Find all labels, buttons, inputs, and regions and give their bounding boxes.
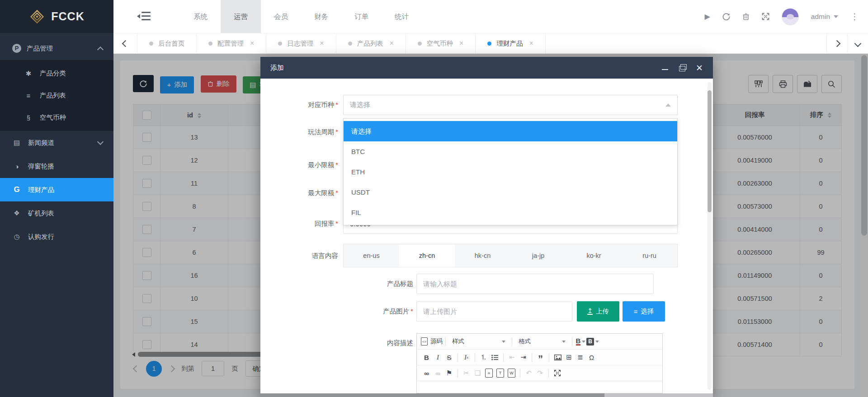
special-char-icon[interactable]: Ω xyxy=(586,351,597,363)
lang-tab-en-us[interactable]: en-us xyxy=(344,244,399,267)
dropdown-option-btc[interactable]: BTC xyxy=(344,141,677,162)
sidebar-item-news-channel[interactable]: ▤ 新闻频道 xyxy=(0,131,113,154)
menu-tab-member[interactable]: 会员 xyxy=(261,0,301,33)
indent-icon[interactable]: ⇥ xyxy=(518,351,529,363)
choose-button[interactable]: ≡ 选择 xyxy=(623,301,665,322)
modal-scrollbar-thumb[interactable] xyxy=(708,90,712,212)
source-code-button[interactable]: <> 源码 xyxy=(421,337,443,346)
bg-color-button[interactable]: B xyxy=(586,336,599,347)
dropdown-option-fil[interactable]: FIL xyxy=(344,202,677,223)
insert-image-icon[interactable] xyxy=(552,351,563,363)
tabbar-menu-button[interactable] xyxy=(847,33,868,53)
user-menu[interactable]: admin xyxy=(811,13,838,21)
format-select[interactable]: 格式 xyxy=(515,336,569,347)
horizontal-rule-icon[interactable]: ≣ xyxy=(575,351,586,363)
modal-horizontal-scrollbar[interactable] xyxy=(260,393,713,397)
sidebar-item-popup-carousel[interactable]: ◑ 弹窗轮播 xyxy=(0,154,113,178)
paste-icon[interactable]: ≡ xyxy=(483,367,495,379)
page-tab-label: 日志管理 xyxy=(287,39,313,48)
page-tab-finance-product[interactable]: 理财产品 × xyxy=(476,33,545,53)
menu-tab-finance[interactable]: 财务 xyxy=(301,0,341,33)
redo-icon[interactable]: ↷ xyxy=(534,367,546,379)
lang-tab-ru-ru[interactable]: ru-ru xyxy=(622,244,677,267)
dropdown-option-eth[interactable]: ETH xyxy=(344,162,677,182)
dropdown-option-usdt[interactable]: USDT xyxy=(344,182,677,202)
required-mark: * xyxy=(335,220,338,227)
sidebar-item-air-coin[interactable]: § 空气币种 xyxy=(0,107,113,129)
sidebar-toggle-icon[interactable] xyxy=(137,12,151,21)
close-icon[interactable]: × xyxy=(320,39,324,47)
outdent-icon[interactable]: ⇤ xyxy=(506,351,518,363)
username: admin xyxy=(811,13,830,21)
sidebar-item-product-list[interactable]: ≡ 产品列表 xyxy=(0,84,113,107)
insert-table-icon[interactable]: ⊞ xyxy=(563,351,575,363)
bold-button[interactable]: B xyxy=(421,351,432,363)
menu-tab-system[interactable]: 系统 xyxy=(180,0,221,33)
menu-tab-stats[interactable]: 统计 xyxy=(382,0,422,33)
close-icon[interactable]: × xyxy=(390,39,394,47)
page-tab-air-coin[interactable]: 空气币种 × xyxy=(406,33,476,53)
bullet-list-icon[interactable] xyxy=(489,351,500,363)
maximize-editor-icon[interactable] xyxy=(552,367,563,379)
sidebar-submenu: ✱ 产品分类 ≡ 产品列表 § 空气币种 xyxy=(0,60,113,131)
tabbar-scroll-right-button[interactable] xyxy=(826,33,847,53)
menu-tab-operation[interactable]: 运营 xyxy=(221,0,261,33)
refresh-icon[interactable] xyxy=(722,13,730,20)
minimize-icon[interactable] xyxy=(661,64,669,71)
sidebar-item-product-category[interactable]: ✱ 产品分类 xyxy=(0,62,113,84)
dropdown-option-placeholder[interactable]: 请选择 xyxy=(344,121,677,141)
style-select[interactable]: 样式 xyxy=(448,336,509,347)
blockquote-icon[interactable]: ” xyxy=(535,350,546,365)
menu-tab-order[interactable]: 订单 xyxy=(341,0,382,33)
strikethrough-button[interactable]: S xyxy=(443,351,455,363)
lang-tab-hk-cn[interactable]: hk-cn xyxy=(455,244,510,267)
coin-field-label: 对应币种* xyxy=(260,95,338,115)
link-icon[interactable]: ∞ xyxy=(421,367,432,379)
newspaper-icon: ▤ xyxy=(11,139,23,147)
modal-scrollbar[interactable] xyxy=(708,82,712,390)
paste-word-icon[interactable]: W xyxy=(506,367,517,379)
paste-text-icon[interactable]: T xyxy=(495,367,506,379)
trash-icon[interactable] xyxy=(742,13,750,20)
more-options-icon[interactable]: ⋮ xyxy=(850,11,859,22)
maximize-icon[interactable] xyxy=(679,64,686,71)
tabbar-scroll-left-button[interactable] xyxy=(113,33,137,53)
lang-tab-ko-kr[interactable]: ko-kr xyxy=(566,244,622,267)
sidebar-item-subscribe-issue[interactable]: ◷ 认购发行 xyxy=(0,225,113,248)
close-icon[interactable]: × xyxy=(250,39,254,47)
remove-format-button[interactable]: Ix xyxy=(461,351,472,363)
text-color-button[interactable]: B xyxy=(575,336,586,347)
copy-icon[interactable]: ❏ xyxy=(472,367,483,379)
close-icon[interactable]: × xyxy=(459,39,463,47)
close-icon[interactable]: ✕ xyxy=(696,64,703,71)
product-title-input[interactable] xyxy=(416,274,654,294)
sidebar-item-finance-product[interactable]: G 理财产品 xyxy=(0,178,113,201)
tabbar-controls xyxy=(826,33,868,53)
sidebar-item-product-manage[interactable]: P 产品管理 xyxy=(0,37,113,60)
fullscreen-icon[interactable] xyxy=(762,13,769,20)
cut-icon[interactable]: ✂ xyxy=(461,367,472,379)
undo-icon[interactable]: ↶ xyxy=(523,367,534,379)
page-tab-config[interactable]: 配置管理 × xyxy=(197,33,266,53)
page-tab-product-list[interactable]: 产品列表 × xyxy=(336,33,406,53)
anchor-flag-icon[interactable]: ⚑ xyxy=(443,367,455,379)
product-image-input[interactable] xyxy=(416,301,572,322)
required-mark: * xyxy=(335,101,338,108)
ordered-list-icon[interactable]: ⒈ xyxy=(478,351,489,363)
italic-button[interactable]: I xyxy=(432,351,443,363)
page-tab-label: 空气币种 xyxy=(427,39,453,48)
close-icon[interactable]: × xyxy=(529,39,533,47)
upload-button[interactable]: ↥ 上传 xyxy=(577,301,619,322)
sidebar-item-miner-list[interactable]: ❖ 矿机列表 xyxy=(0,201,113,225)
page-tab-home[interactable]: 后台首页 xyxy=(137,33,197,53)
coin-select[interactable]: 请选择 xyxy=(343,95,678,115)
modal-header[interactable]: 添加 ✕ xyxy=(260,57,713,79)
lang-tab-zh-cn[interactable]: zh-cn xyxy=(399,244,455,267)
lang-tab-ja-jp[interactable]: ja-jp xyxy=(510,244,566,267)
play-icon[interactable]: ▶ xyxy=(704,12,710,21)
modal-horizontal-scrollbar-thumb[interactable] xyxy=(260,393,604,397)
avatar[interactable] xyxy=(782,8,799,25)
unlink-icon[interactable]: ∞ xyxy=(432,367,443,379)
sidebar-item-label: 空气币种 xyxy=(40,113,66,122)
page-tab-logs[interactable]: 日志管理 × xyxy=(266,33,336,53)
